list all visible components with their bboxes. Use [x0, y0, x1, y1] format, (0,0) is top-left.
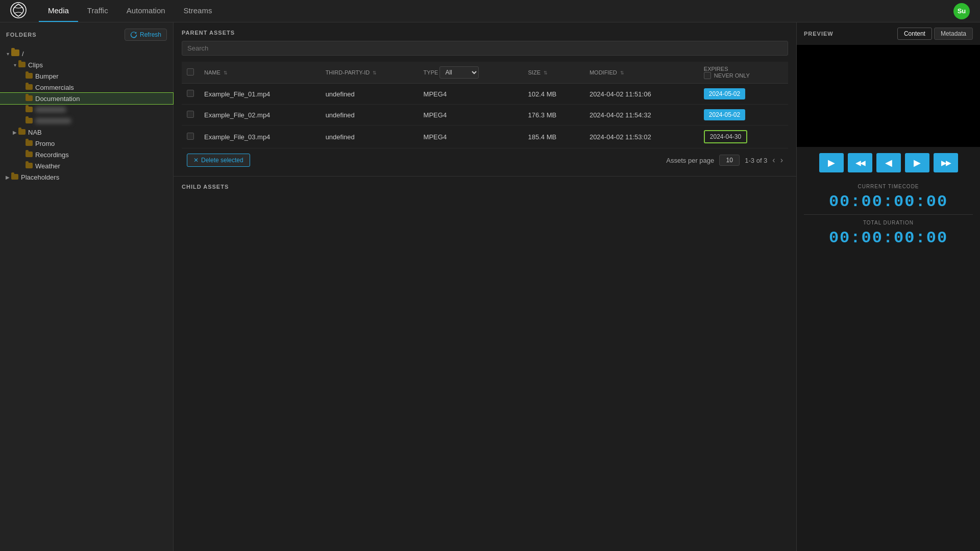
tab-automation[interactable]: Automation: [117, 0, 175, 22]
tree-item-recordings[interactable]: Recordings: [0, 149, 173, 160]
tree-item-blurred1[interactable]: [0, 104, 173, 115]
tree-item-blurred2[interactable]: [0, 115, 173, 127]
folder-icon-nab: [18, 129, 26, 136]
tree-label-placeholders: Placeholders: [21, 173, 59, 181]
cell-expires-2: 2024-05-02: [699, 105, 788, 126]
folder-icon-bumper: [26, 72, 33, 80]
expires-badge-1: 2024-05-02: [704, 88, 745, 99]
current-timecode-section: CURRENT TIMECODE 00:00:00:00: [797, 179, 980, 214]
table-row[interactable]: Example_File_02.mp4 undefined MPEG4 176.…: [182, 105, 788, 126]
logo: [10, 2, 27, 20]
content-area: PARENT ASSETS NAME ⇅ THIRD-PARTY-ID: [174, 22, 796, 551]
preview-controls: ▶ ◀◀ ◀ ▶ ▶▶: [797, 147, 980, 179]
total-duration-label: TOTAL DURATION: [797, 220, 980, 226]
folder-icon-commercials: [26, 84, 33, 91]
folder-icon-recordings: [26, 151, 33, 159]
refresh-button[interactable]: Refresh: [125, 29, 167, 41]
table-row[interactable]: Example_File_01.mp4 undefined MPEG4 102.…: [182, 84, 788, 105]
sort-modified-icon: ⇅: [620, 70, 624, 76]
pagination-next-button[interactable]: ›: [780, 156, 783, 165]
select-all-checkbox[interactable]: [187, 68, 194, 76]
user-avatar[interactable]: Su: [953, 3, 970, 19]
tree-label-bumper: Bumper: [35, 72, 59, 80]
search-input[interactable]: [182, 41, 788, 56]
folder-icon-documentation: [26, 95, 33, 103]
tree-label-blurred2: [35, 118, 71, 123]
select-all-header: [182, 62, 199, 84]
tree-item-bumper[interactable]: Bumper: [0, 70, 173, 82]
rewind-button[interactable]: ◀◀: [848, 153, 872, 172]
folder-icon-promo: [26, 140, 33, 147]
cell-name-3: Example_File_03.mp4: [199, 126, 321, 148]
delete-selected-button[interactable]: ✕ Delete selected: [187, 154, 250, 167]
expires-badge-2: 2024-05-02: [704, 109, 745, 120]
col-third-party-id[interactable]: THIRD-PARTY-ID ⇅: [321, 62, 419, 84]
folder-icon-blurred2: [26, 117, 33, 125]
step-back-button[interactable]: ◀: [876, 153, 901, 172]
tree-label-recordings: Recordings: [35, 151, 69, 159]
sort-name-icon: ⇅: [224, 70, 228, 76]
tab-traffic[interactable]: Traffic: [78, 0, 117, 22]
cell-type-1: MPEG4: [419, 84, 523, 105]
assets-per-page-label: Assets per page: [666, 157, 714, 164]
sidebar-title: FOLDERS: [6, 32, 37, 38]
folder-tree: ▾ / ▾ Clips: [0, 46, 173, 185]
cell-expires-1: 2024-05-02: [699, 84, 788, 105]
tree-item-clips[interactable]: ▾ Clips: [0, 59, 173, 70]
tab-content[interactable]: Content: [897, 28, 932, 40]
per-page-input[interactable]: [719, 155, 740, 166]
step-forward-button[interactable]: ▶: [905, 153, 929, 172]
preview-panel: PREVIEW Content Metadata ▶ ◀◀ ◀ ▶ ▶▶ CUR…: [796, 22, 980, 551]
topnav: Media Traffic Automation Streams Su: [0, 0, 980, 22]
cell-expires-3: 2024-04-30: [699, 126, 788, 148]
never-only-checkbox[interactable]: [704, 72, 711, 79]
folder-icon-blurred1: [26, 106, 33, 114]
row-checkbox-1[interactable]: [187, 90, 194, 97]
tree-label-documentation: Documentation: [35, 95, 80, 103]
table-row[interactable]: Example_File_03.mp4 undefined MPEG4 185.…: [182, 126, 788, 148]
col-modified[interactable]: MODIFIED ⇅: [584, 62, 699, 84]
tree-label-root: /: [22, 50, 24, 58]
table-footer: ✕ Delete selected Assets per page 1-3 of…: [182, 148, 788, 169]
tree-arrow-placeholders: ▶: [4, 174, 11, 180]
tree-item-weather[interactable]: Weather: [0, 160, 173, 171]
tree-item-root[interactable]: ▾ /: [0, 48, 173, 59]
parent-assets-title: PARENT ASSETS: [182, 30, 788, 36]
current-timecode-value: 00:00:00:00: [797, 192, 980, 211]
play-button[interactable]: ▶: [819, 153, 844, 172]
tree-item-promo[interactable]: Promo: [0, 138, 173, 149]
tab-metadata[interactable]: Metadata: [934, 28, 973, 40]
cell-name-2: Example_File_02.mp4: [199, 105, 321, 126]
cell-type-3: MPEG4: [419, 126, 523, 148]
sidebar: FOLDERS Refresh ▾ / ▾: [0, 22, 174, 551]
col-size[interactable]: SIZE ⇅: [523, 62, 584, 84]
tree-label-clips: Clips: [28, 61, 43, 69]
folder-icon-placeholders: [11, 173, 18, 181]
row-checkbox-3[interactable]: [187, 133, 194, 140]
cell-modified-3: 2024-04-02 11:53:02: [584, 126, 699, 148]
pagination-prev-button[interactable]: ‹: [772, 156, 775, 165]
row-checkbox-2[interactable]: [187, 111, 194, 118]
tree-label-commercials: Commercials: [35, 84, 74, 91]
cell-name-1: Example_File_01.mp4: [199, 84, 321, 105]
tree-item-nab[interactable]: ▶ NAB: [0, 127, 173, 138]
col-name[interactable]: NAME ⇅: [199, 62, 321, 84]
folder-icon-root: [11, 49, 19, 58]
tab-streams[interactable]: Streams: [175, 0, 222, 22]
cell-size-2: 176.3 MB: [523, 105, 584, 126]
nav-tabs: Media Traffic Automation Streams: [39, 0, 221, 22]
tab-media[interactable]: Media: [39, 0, 78, 22]
tree-label-weather: Weather: [35, 162, 60, 170]
tree-item-placeholders[interactable]: ▶ Placeholders: [0, 171, 173, 183]
tree-arrow-root: ▾: [4, 51, 11, 57]
fast-forward-button[interactable]: ▶▶: [934, 153, 958, 172]
cell-size-3: 185.4 MB: [523, 126, 584, 148]
type-filter-select[interactable]: All MPEG4 MXF MOV: [439, 66, 479, 79]
pagination: Assets per page 1-3 of 3 ‹ ›: [666, 155, 783, 166]
expires-badge-3: 2024-04-30: [704, 130, 747, 143]
tree-item-documentation[interactable]: Documentation: [0, 93, 173, 104]
tree-item-commercials[interactable]: Commercials: [0, 82, 173, 93]
preview-title: PREVIEW: [804, 31, 834, 37]
tree-label-blurred1: [35, 107, 66, 112]
delete-icon: ✕: [193, 157, 199, 164]
